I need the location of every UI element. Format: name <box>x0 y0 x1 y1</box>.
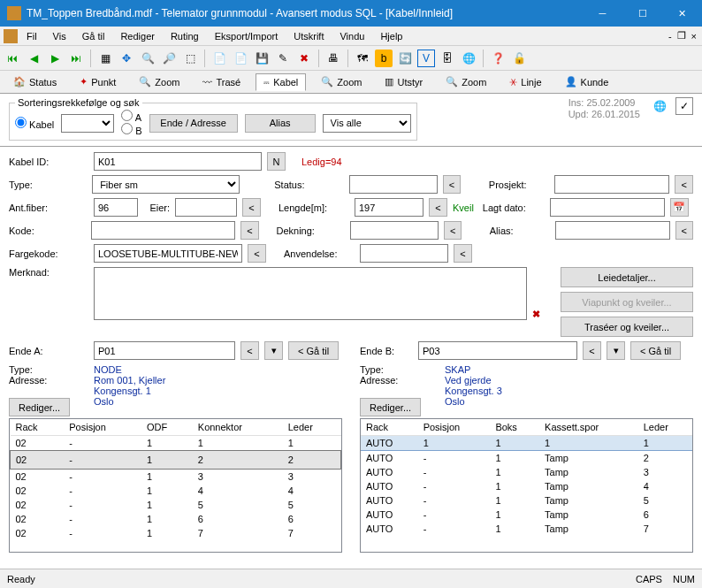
status-input[interactable] <box>349 175 438 194</box>
tool-v-icon[interactable]: V <box>417 50 435 67</box>
clear-merknad-icon[interactable]: ✖ <box>532 309 540 320</box>
table-row[interactable]: 02-177 <box>11 526 341 540</box>
alias-input[interactable] <box>555 221 670 240</box>
tool-zoomout-icon[interactable]: 🔎 <box>160 50 178 67</box>
table-row[interactable]: 02-144 <box>11 484 341 498</box>
radio-b[interactable]: B <box>121 123 141 136</box>
kode-input[interactable] <box>91 221 235 240</box>
btn-leiedetaljer[interactable]: Leiedetaljer... <box>561 267 693 287</box>
tool-select-icon[interactable]: ⬚ <box>181 50 199 67</box>
tab-zoom-2[interactable]: 🔍 Zoom <box>313 73 370 91</box>
ende-b-table[interactable]: RackPosisjonBoksKassett.sporLederAUTO111… <box>360 418 693 553</box>
radio-kabel[interactable]: Kabel <box>15 117 54 130</box>
anv-lookup[interactable]: < <box>454 244 472 263</box>
tool-swap-icon[interactable]: 🔄 <box>396 50 414 67</box>
menu-vis[interactable]: Vis <box>46 29 73 43</box>
ende-a-rediger[interactable]: Rediger... <box>9 398 70 416</box>
btn-traseer[interactable]: Traséer og kveiler... <box>561 317 693 337</box>
menu-ruting[interactable]: Ruting <box>164 29 206 43</box>
antfiber-input[interactable] <box>94 198 138 217</box>
table-row[interactable]: AUTO-1Tamp5 <box>361 493 692 508</box>
tool-copy-icon[interactable]: 📄 <box>210 50 228 67</box>
ende-a-dd[interactable]: ▾ <box>264 341 283 360</box>
menu-eksport[interactable]: Eksport/Import <box>208 29 286 43</box>
kabel-id-input[interactable] <box>94 152 262 171</box>
ende-b-rediger[interactable]: Rediger... <box>360 398 421 416</box>
col-header[interactable]: Boks <box>490 419 539 436</box>
col-header[interactable]: Leder <box>283 419 341 436</box>
menu-fil[interactable]: Fil <box>19 29 44 43</box>
sort-kabel-select[interactable] <box>61 114 114 133</box>
table-row[interactable]: 02-133 <box>11 470 341 485</box>
globe-shortcut-icon[interactable]: 🌐 <box>651 97 668 115</box>
table-row[interactable]: 02-122 <box>11 451 341 470</box>
check-shortcut-icon[interactable]: ✓ <box>675 97 693 115</box>
col-header[interactable]: Rack <box>11 419 65 436</box>
menu-rediger[interactable]: Rediger <box>113 29 162 43</box>
mdi-minimize[interactable]: - <box>667 31 674 42</box>
col-header[interactable]: Posisjon <box>64 419 141 436</box>
minimize-button[interactable]: ─ <box>583 0 622 27</box>
table-row[interactable]: AUTO-1Tamp6 <box>361 508 692 522</box>
dekning-input[interactable] <box>350 221 439 240</box>
ende-b-gatil[interactable]: < Gå til <box>630 341 681 360</box>
farge-lookup[interactable]: < <box>248 244 266 263</box>
tab-zoom-3[interactable]: 🔍 Zoom <box>438 73 494 91</box>
prosjekt-input[interactable] <box>554 175 669 194</box>
table-row[interactable]: AUTO-1Tamp7 <box>361 522 692 536</box>
last-icon[interactable]: ⏭ <box>67 50 85 67</box>
mdi-restore[interactable]: ❐ <box>675 30 688 42</box>
ende-a-gatil[interactable]: < Gå til <box>288 341 339 360</box>
maximize-button[interactable]: ☐ <box>622 0 662 27</box>
vis-select[interactable]: Vis alle <box>323 114 411 133</box>
merknad-input[interactable] <box>94 267 527 320</box>
tool-print-icon[interactable]: 🖶 <box>324 50 342 67</box>
col-header[interactable]: Konnektor <box>193 419 283 436</box>
status-lookup[interactable]: < <box>443 175 462 194</box>
menu-vindu[interactable]: Vindu <box>332 29 371 43</box>
tool-zoomin-icon[interactable]: 🔍 <box>139 50 156 67</box>
tab-kabel[interactable]: ⎓ Kabel <box>256 73 306 91</box>
tool-save-icon[interactable]: 💾 <box>253 50 271 67</box>
table-row[interactable]: 02-111 <box>11 436 341 451</box>
tab-trase[interactable]: 〰 Trasé <box>195 73 248 91</box>
table-row[interactable]: AUTO-1Tamp4 <box>361 479 692 493</box>
mdi-close[interactable]: × <box>690 31 698 42</box>
col-header[interactable]: Kassett.spor <box>539 419 638 436</box>
ende-b-lookup[interactable]: < <box>583 341 601 360</box>
tool-b-icon[interactable]: b <box>375 50 393 67</box>
eier-input[interactable] <box>175 198 237 217</box>
tool-globe-icon[interactable]: 🌐 <box>460 50 477 67</box>
table-row[interactable]: 02-155 <box>11 498 341 512</box>
btn-n[interactable]: N <box>267 152 286 171</box>
lagt-cal-icon[interactable]: 📅 <box>670 198 689 217</box>
col-header[interactable]: Leder <box>638 419 692 436</box>
tool-edit-icon[interactable]: ✎ <box>274 50 292 67</box>
ende-a-input[interactable] <box>94 341 235 360</box>
alias-lookup[interactable]: < <box>675 221 693 240</box>
tool-help-icon[interactable]: ❓ <box>489 50 507 67</box>
lagt-input[interactable] <box>550 198 665 217</box>
menu-utskrift[interactable]: Utskrift <box>286 29 331 43</box>
ende-b-dd[interactable]: ▾ <box>607 341 625 360</box>
table-row[interactable]: AUTO-1Tamp3 <box>361 465 692 479</box>
tab-kunde[interactable]: 👤 Kunde <box>557 73 617 91</box>
first-icon[interactable]: ⏮ <box>4 50 21 67</box>
dekning-lookup[interactable]: < <box>444 221 462 240</box>
farge-input[interactable] <box>94 244 242 263</box>
anv-input[interactable] <box>360 244 448 263</box>
btn-ende-adresse[interactable]: Ende / Adresse <box>149 114 238 133</box>
next-icon[interactable]: ▶ <box>46 50 64 67</box>
tool-unlock-icon[interactable]: 🔓 <box>510 50 528 67</box>
btn-viapunkt[interactable]: Viapunkt og kveiler... <box>561 292 693 312</box>
close-button[interactable]: ✕ <box>662 0 702 27</box>
ende-a-table[interactable]: RackPosisjonODFKonnektorLeder02-11102-12… <box>9 418 342 553</box>
tab-zoom-1[interactable]: 🔍 Zoom <box>131 73 187 91</box>
btn-alias[interactable]: Alias <box>245 114 316 133</box>
menu-gatil[interactable]: Gå til <box>75 29 112 43</box>
col-header[interactable]: Rack <box>361 419 418 436</box>
lengde-lookup[interactable]: < <box>429 198 447 217</box>
eier-lookup[interactable]: < <box>242 198 261 217</box>
tab-linje[interactable]: ⚹ Linje <box>501 73 549 91</box>
ende-a-lookup[interactable]: < <box>240 341 259 360</box>
